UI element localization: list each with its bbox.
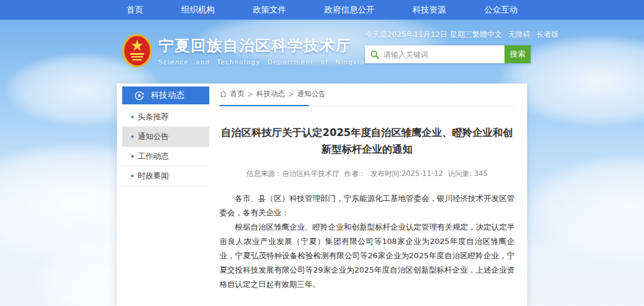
nav-item-policy-documents[interactable]: 政策文件: [253, 5, 286, 16]
meta-time: 2025-11-12: [401, 169, 443, 178]
search-input[interactable]: [383, 50, 499, 59]
search-bar: 搜索: [365, 45, 531, 63]
bullet-dot-icon: [131, 116, 134, 118]
header-right: 今天是2025年11月12日 星期三 繁體中文 无障碍 长者版: [365, 27, 531, 68]
meta-author-label: 作者：: [344, 169, 366, 178]
bullet-dot-icon: [131, 135, 134, 138]
search-button[interactable]: 搜索: [504, 45, 531, 63]
article-title: 自治区科技厅关于认定2025年度自治区雏鹰企业、瞪羚企业和创新型标杆企业的通知: [219, 124, 515, 157]
breadcrumb-tech-news[interactable]: 科技动态: [256, 89, 285, 99]
meta-views-label: 访问量:: [448, 169, 472, 178]
sidebar-item-notices[interactable]: 通知公告: [122, 127, 209, 147]
content-area: 首页 > 科技动态 > 通知公告 自治区科技厅关于认定2025年度自治区雏鹰企业…: [219, 89, 515, 306]
home-icon: [219, 90, 227, 98]
breadcrumb-notices[interactable]: 通知公告: [297, 89, 326, 99]
national-emblem-icon: [122, 33, 153, 68]
cloud-decoration: [525, 155, 644, 262]
link-elderly-version[interactable]: 长者版: [537, 30, 559, 40]
sidebar-item-label: 时政要闻: [138, 171, 169, 181]
meta-views: 345: [474, 169, 488, 178]
article-body: 各市、县（区）科技管理部门，宁东能源化工基地管委会，银川经济技术开发区管委会，各…: [219, 191, 515, 292]
quick-links: 繁體中文 无障碍 长者版: [472, 30, 559, 40]
link-traditional-chinese[interactable]: 繁體中文: [472, 30, 502, 40]
date-row: 今天是2025年11月12日 星期三 繁體中文 无障碍 长者版: [365, 30, 531, 40]
sidebar: 科技动态 头条推荐 通知公告 工作动态 时政要闻: [122, 86, 209, 186]
site-subtitle: Science and Technology Department of Nin…: [159, 58, 365, 66]
nav-item-organization[interactable]: 组织机构: [181, 5, 215, 16]
bullet-dot-icon: [131, 175, 134, 177]
breadcrumb-separator: >: [247, 90, 253, 98]
sidebar-header-tech-news[interactable]: 科技动态: [122, 86, 209, 104]
main-card: 科技动态 头条推荐 通知公告 工作动态 时政要闻: [117, 84, 527, 306]
site-titles: 宁夏回族自治区科学技术厅 Science and Technology Depa…: [159, 36, 365, 66]
meta-time-label: 发布时间:: [370, 169, 401, 178]
bullet-dot-icon: [131, 155, 134, 157]
breadcrumb-separator: >: [288, 90, 294, 98]
search-input-wrap: [365, 45, 504, 63]
search-icon: [370, 50, 379, 59]
sidebar-item-label: 工作动态: [138, 151, 169, 162]
sidebar-item-work-updates[interactable]: 工作动态: [122, 147, 209, 166]
meta-source: 自治区科学技术厅: [282, 169, 339, 178]
date-text: 今天是2025年11月12日 星期三: [365, 30, 472, 40]
site-title: 宁夏回族自治区科学技术厅: [159, 36, 365, 55]
sidebar-item-label: 通知公告: [138, 131, 169, 142]
article-paragraph: 各市、县（区）科技管理部门，宁东能源化工基地管委会，银川经济技术开发区管委会，各…: [219, 191, 515, 220]
nav-item-gov-info-disclosure[interactable]: 政府信息公开: [324, 5, 374, 16]
sidebar-menu: 头条推荐 通知公告 工作动态 时政要闻: [122, 104, 209, 186]
nav-item-public-interaction[interactable]: 公众互动: [484, 5, 518, 16]
sidebar-item-current-politics[interactable]: 时政要闻: [122, 166, 209, 186]
meta-source-label: 信息来源：: [246, 169, 282, 178]
nav-item-home[interactable]: 首页: [126, 5, 143, 16]
star-circle-icon: [134, 91, 144, 101]
sidebar-item-label: 头条推荐: [138, 112, 169, 122]
sidebar-item-headlines[interactable]: 头条推荐: [122, 107, 209, 127]
site-logo[interactable]: 宁夏回族自治区科学技术厅 Science and Technology Depa…: [122, 33, 365, 68]
top-nav: 首页 组织机构 政策文件 政府信息公开 科技资源 公众互动: [0, 0, 644, 20]
article-paragraph: 根据自治区雏鹰企业、瞪羚企业和创新型标杆企业认定管理有关规定，决定认定半亩良人农…: [219, 220, 515, 292]
breadcrumb: 首页 > 科技动态 > 通知公告: [219, 89, 515, 106]
nav-item-tech-resources[interactable]: 科技资源: [413, 5, 446, 16]
site-header: 宁夏回族自治区科学技术厅 Science and Technology Depa…: [122, 27, 527, 68]
link-accessibility[interactable]: 无障碍: [508, 30, 531, 40]
breadcrumb-home[interactable]: 首页: [230, 89, 244, 99]
sidebar-title: 科技动态: [151, 90, 184, 101]
page: 首页 组织机构 政策文件 政府信息公开 科技资源 公众互动 宁夏回族自治区科学技…: [0, 0, 644, 306]
article-meta: 信息来源：自治区科学技术厅作者：发布时间:2025-11-12访问量: 345: [219, 169, 515, 179]
